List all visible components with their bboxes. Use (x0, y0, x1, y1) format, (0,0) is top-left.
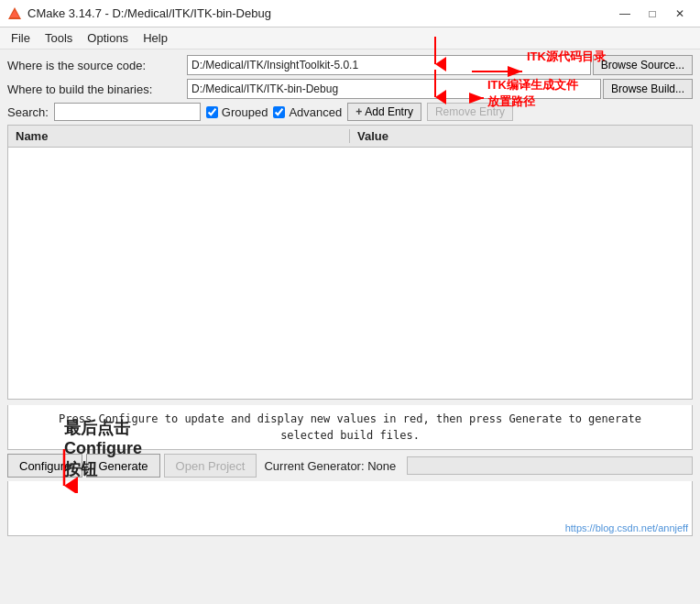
minimize-button[interactable]: — (612, 4, 638, 24)
watermark: https://blog.csdn.net/annjeff (565, 522, 688, 533)
build-input[interactable] (187, 79, 601, 99)
status-area-wrapper: Press Configure to update and display ne… (0, 405, 700, 450)
open-project-button: Open Project (164, 454, 257, 478)
remove-entry-label: Remove Entry (435, 105, 505, 118)
cmake-table: Name Value (7, 125, 693, 400)
build-label: Where to build the binaries: (7, 82, 181, 96)
search-row: Search: Grouped Advanced + Add Entry Rem… (7, 103, 693, 121)
table-header: Name Value (8, 126, 692, 148)
col-name: Name (8, 129, 350, 143)
source-row: Where is the source code: Browse Source.… (7, 55, 693, 75)
search-input[interactable] (54, 103, 201, 121)
menu-options[interactable]: Options (80, 27, 136, 49)
close-button[interactable]: ✕ (667, 4, 693, 24)
add-entry-label: Add Entry (365, 105, 413, 118)
source-input[interactable] (187, 55, 591, 75)
maximize-button[interactable]: □ (640, 4, 665, 24)
bottom-bar: Configure Generate Open Project Current … (0, 450, 700, 481)
build-row: Where to build the binaries: Browse Buil… (7, 79, 693, 99)
titlebar: CMake 3.14.7 - D:/Medical/ITK/ITK-bin-De… (0, 0, 700, 27)
search-label: Search: (7, 105, 49, 119)
advanced-checkbox-group: Advanced (273, 105, 342, 119)
status-line2: selected build files. (280, 429, 420, 442)
main-content: Where is the source code: Browse Source.… (0, 49, 700, 405)
grouped-label[interactable]: Grouped (222, 105, 268, 119)
table-body (8, 148, 692, 401)
log-area: https://blog.csdn.net/annjeff (7, 481, 693, 536)
source-label: Where is the source code: (7, 59, 181, 72)
grouped-checkbox[interactable] (206, 106, 218, 118)
window-title: CMake 3.14.7 - D:/Medical/ITK/ITK-bin-De… (27, 6, 612, 20)
col-value: Value (350, 129, 692, 143)
add-entry-button[interactable]: + Add Entry (347, 103, 421, 121)
status-area: Press Configure to update and display ne… (7, 405, 693, 450)
plus-icon: + (355, 105, 362, 118)
progress-bar (407, 456, 693, 475)
advanced-checkbox[interactable] (273, 106, 285, 118)
cmake-icon (7, 6, 22, 21)
remove-entry-button: Remove Entry (427, 103, 513, 121)
advanced-label[interactable]: Advanced (289, 105, 342, 119)
grouped-checkbox-group: Grouped (206, 105, 268, 119)
menu-file[interactable]: File (4, 27, 38, 49)
status-line1: Press Configure to update and display ne… (59, 412, 641, 425)
browse-source-button[interactable]: Browse Source... (593, 55, 693, 75)
window-controls: — □ ✕ (612, 4, 693, 24)
menubar: File Tools Options Help (0, 27, 700, 49)
generate-button[interactable]: Generate (86, 454, 159, 478)
menu-help[interactable]: Help (136, 27, 175, 49)
menu-tools[interactable]: Tools (38, 27, 80, 49)
configure-button[interactable]: Configure (7, 454, 82, 478)
generator-label: Current Generator: None (264, 459, 396, 473)
log-area-wrapper: https://blog.csdn.net/annjeff (0, 481, 700, 544)
browse-build-button[interactable]: Browse Build... (603, 79, 693, 99)
